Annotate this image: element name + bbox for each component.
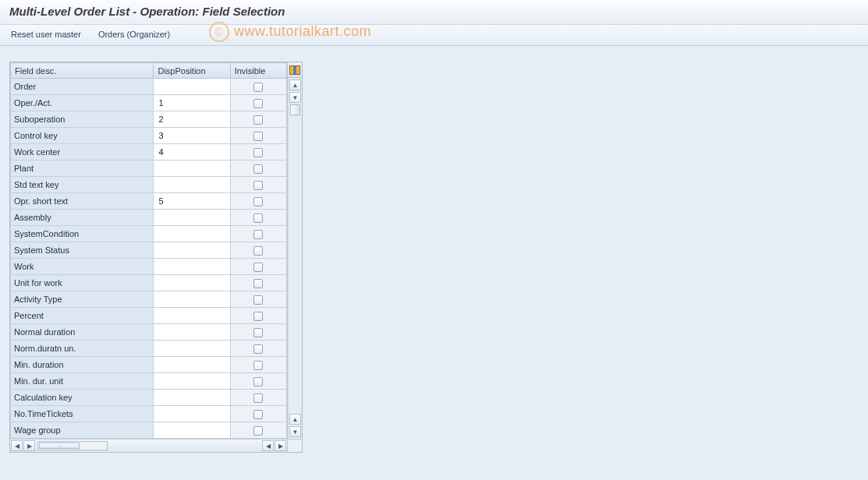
invisible-checkbox[interactable]: [253, 328, 263, 337]
table-row[interactable]: Plant: [11, 161, 287, 177]
invisible-checkbox[interactable]: [253, 148, 263, 157]
table-row[interactable]: Std text key: [11, 177, 287, 193]
scroll-up-icon[interactable]: ▲: [289, 79, 301, 90]
table-row[interactable]: Control key: [11, 128, 287, 144]
configure-columns-button[interactable]: [288, 62, 302, 78]
table-row[interactable]: Min. dur. unit: [11, 373, 287, 390]
invisible-checkbox[interactable]: [253, 246, 263, 256]
table-row[interactable]: No.TimeTickets: [11, 406, 287, 422]
table-row[interactable]: Work center: [11, 144, 287, 161]
disp-position-input[interactable]: [157, 245, 226, 256]
table-row[interactable]: Opr. short text: [11, 193, 287, 210]
invisible-checkbox[interactable]: [253, 394, 263, 403]
disp-position-input[interactable]: [157, 326, 226, 337]
disp-position-input[interactable]: [157, 294, 226, 305]
field-desc-cell[interactable]: SystemCondition: [11, 226, 154, 242]
col-disp-position[interactable]: DispPosition: [154, 63, 230, 79]
invisible-checkbox[interactable]: [253, 410, 263, 419]
invisible-checkbox[interactable]: [253, 132, 263, 141]
field-desc-cell[interactable]: Work: [11, 259, 154, 275]
invisible-checkbox[interactable]: [253, 181, 263, 190]
disp-position-input[interactable]: [157, 408, 226, 419]
h-scroll-thumb[interactable]: :::: [39, 443, 80, 449]
scroll-last-icon[interactable]: ▶: [275, 440, 286, 451]
table-row[interactable]: SystemCondition: [11, 226, 287, 242]
disp-position-input[interactable]: [157, 163, 226, 174]
invisible-checkbox[interactable]: [253, 115, 263, 125]
table-row[interactable]: Oper./Act.: [11, 95, 287, 111]
invisible-checkbox[interactable]: [253, 377, 263, 386]
reset-user-master-button[interactable]: Reset user master: [8, 28, 84, 41]
scroll-down-icon[interactable]: ▼: [289, 92, 301, 103]
table-row[interactable]: Assembly: [11, 210, 287, 226]
field-desc-cell[interactable]: Activity Type: [11, 291, 154, 308]
invisible-checkbox[interactable]: [253, 344, 263, 354]
table-row[interactable]: Normal duration: [11, 324, 287, 341]
table-row[interactable]: Min. duration: [11, 357, 287, 373]
disp-position-input[interactable]: [157, 425, 226, 436]
disp-position-input[interactable]: [157, 310, 226, 321]
disp-position-input[interactable]: [157, 392, 226, 403]
disp-position-input[interactable]: [157, 130, 226, 141]
invisible-checkbox[interactable]: [253, 230, 263, 239]
field-desc-cell[interactable]: Suboperation: [11, 111, 154, 128]
v-scroll-thumb[interactable]: [290, 104, 300, 115]
field-desc-cell[interactable]: Order: [11, 79, 154, 95]
disp-position-input[interactable]: [157, 97, 226, 108]
field-desc-cell[interactable]: Min. dur. unit: [11, 373, 154, 390]
table-row[interactable]: Calculation key: [11, 390, 287, 406]
invisible-checkbox[interactable]: [253, 214, 263, 223]
table-row[interactable]: Suboperation: [11, 111, 287, 128]
h-scroll-track[interactable]: :::: [37, 441, 108, 450]
disp-position-input[interactable]: [157, 228, 226, 239]
invisible-checkbox[interactable]: [253, 279, 263, 288]
invisible-checkbox[interactable]: [253, 295, 263, 305]
disp-position-input[interactable]: [157, 359, 226, 370]
invisible-checkbox[interactable]: [253, 426, 263, 436]
field-desc-cell[interactable]: Plant: [11, 161, 154, 177]
field-desc-cell[interactable]: Normal duration: [11, 324, 154, 341]
orders-organizer-button[interactable]: Orders (Organizer): [95, 28, 173, 41]
disp-position-input[interactable]: [157, 81, 226, 92]
table-row[interactable]: System Status: [11, 242, 287, 259]
disp-position-input[interactable]: [157, 261, 226, 272]
table-row[interactable]: Order: [11, 79, 287, 95]
disp-position-input[interactable]: [157, 179, 226, 190]
scroll-right-icon[interactable]: ◀: [262, 440, 274, 451]
field-desc-cell[interactable]: Percent: [11, 308, 154, 324]
table-row[interactable]: Unit for work: [11, 275, 287, 291]
disp-position-input[interactable]: [157, 376, 226, 386]
field-desc-cell[interactable]: Opr. short text: [11, 193, 154, 210]
invisible-checkbox[interactable]: [253, 312, 263, 321]
table-row[interactable]: Activity Type: [11, 291, 287, 308]
field-desc-cell[interactable]: Work center: [11, 144, 154, 161]
scroll-down2-icon[interactable]: ▼: [289, 426, 301, 437]
field-desc-cell[interactable]: Oper./Act.: [11, 95, 154, 111]
horizontal-scrollbar[interactable]: ◀ ▶ ::: ◀ ▶: [10, 439, 287, 452]
disp-position-input[interactable]: [157, 277, 226, 288]
invisible-checkbox[interactable]: [253, 361, 263, 370]
table-row[interactable]: Work: [11, 259, 287, 275]
field-desc-cell[interactable]: No.TimeTickets: [11, 406, 154, 422]
invisible-checkbox[interactable]: [253, 99, 263, 108]
vertical-scrollbar[interactable]: ▲ ▼ ▲ ▼: [288, 78, 302, 439]
table-row[interactable]: Percent: [11, 308, 287, 324]
col-invisible[interactable]: Invisible: [230, 63, 286, 79]
field-desc-cell[interactable]: Unit for work: [11, 275, 154, 291]
disp-position-input[interactable]: [157, 343, 226, 354]
invisible-checkbox[interactable]: [253, 263, 263, 272]
field-desc-cell[interactable]: Wage group: [11, 422, 154, 439]
field-desc-cell[interactable]: Min. duration: [11, 357, 154, 373]
scroll-first-icon[interactable]: ◀: [11, 440, 23, 451]
disp-position-input[interactable]: [157, 212, 226, 223]
table-row[interactable]: Norm.duratn un.: [11, 341, 287, 357]
table-row[interactable]: Wage group: [11, 422, 287, 439]
field-desc-cell[interactable]: Std text key: [11, 177, 154, 193]
field-desc-cell[interactable]: Calculation key: [11, 390, 154, 406]
field-desc-cell[interactable]: Control key: [11, 128, 154, 144]
field-desc-cell[interactable]: Assembly: [11, 210, 154, 226]
col-field-desc[interactable]: Field desc.: [11, 63, 154, 79]
invisible-checkbox[interactable]: [253, 164, 263, 174]
field-desc-cell[interactable]: Norm.duratn un.: [11, 341, 154, 357]
disp-position-input[interactable]: [157, 196, 226, 206]
